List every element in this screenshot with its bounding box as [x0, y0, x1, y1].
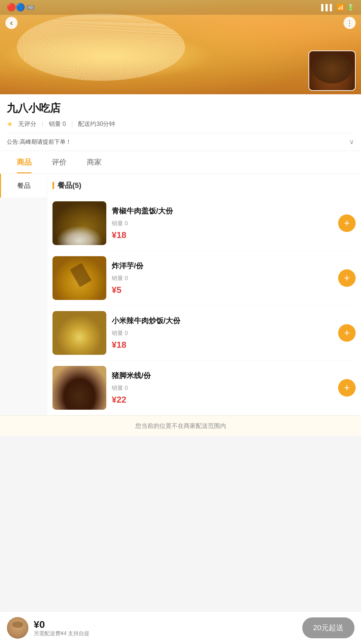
status-bar: 🔴🔵 HD ▌▌▌ 📶 🔋	[0, 0, 361, 15]
table-row: 青椒牛肉盖饭/大份 销量 0 ¥18 +	[52, 196, 356, 251]
chevron-down-icon: ∨	[349, 138, 354, 146]
bottom-bar: ¥0 另需配送费¥4 支持自提 20元起送	[0, 611, 361, 644]
product-image-2	[52, 256, 106, 300]
back-button[interactable]: ‹	[5, 17, 17, 29]
plus-icon-1: +	[344, 217, 350, 229]
product-name-4: 猪脚米线/份	[112, 371, 333, 381]
price-currency-4: ¥	[112, 395, 116, 405]
add-to-cart-button-2[interactable]: +	[338, 269, 356, 287]
add-to-cart-button-3[interactable]: +	[338, 324, 356, 342]
price-currency-2: ¥	[112, 285, 116, 295]
product-sales-4: 销量 0	[112, 384, 333, 392]
cart-price: ¥0	[34, 619, 297, 630]
product-price-4: ¥22	[112, 395, 333, 405]
table-row: 炸洋芋/份 销量 0 ¥5 +	[52, 251, 356, 306]
plus-icon-4: +	[344, 382, 350, 394]
product-price-3: ¥18	[112, 340, 333, 350]
price-currency-3: ¥	[112, 340, 116, 350]
tab-merchant[interactable]: 商家	[77, 151, 112, 173]
notice-bar: 公告:高峰期请提前下单！ ∨	[7, 133, 354, 150]
tab-products[interactable]: 商品	[7, 151, 42, 173]
product-image-1	[52, 201, 106, 245]
signal-icon: ▌▌▌	[321, 4, 334, 11]
add-to-cart-button-1[interactable]: +	[338, 214, 356, 232]
product-price-2: ¥5	[112, 285, 333, 295]
status-bar-left: 🔴🔵 HD	[7, 3, 34, 12]
delivery-notice: 您当前的位置不在商家配送范围内	[0, 415, 361, 436]
hd-badge: HD	[27, 5, 34, 10]
checkout-button[interactable]: 20元起送	[302, 617, 354, 638]
tabs-bar: 商品 评价 商家	[0, 151, 361, 174]
more-icon: ⋮	[346, 19, 353, 27]
back-icon: ‹	[10, 18, 13, 28]
cart-subtext: 另需配送费¥4 支持自提	[34, 630, 297, 637]
sidebar: 餐品	[0, 174, 47, 415]
table-row: 猪脚米线/份 销量 0 ¥22 +	[52, 361, 356, 415]
meta-separator-1: |	[42, 121, 43, 128]
plus-icon-3: +	[344, 327, 350, 339]
delivery-time: 配送约30分钟	[78, 120, 115, 128]
main-content: 餐品 餐品(5) 青椒牛肉盖饭/大份 销量 0 ¥18 + 炸洋芋	[0, 174, 361, 415]
hero-thumbnail	[309, 50, 356, 91]
meta-separator-2: |	[71, 121, 73, 128]
product-info-2: 炸洋芋/份 销量 0 ¥5	[112, 261, 333, 296]
product-sales-2: 销量 0	[112, 274, 333, 282]
product-sales-1: 销量 0	[112, 219, 333, 227]
table-row: 小米辣牛肉炒饭/大份 销量 0 ¥18 +	[52, 306, 356, 361]
thumbnail-image	[309, 51, 355, 90]
notice-text: 公告:高峰期请提前下单！	[7, 138, 71, 146]
product-price-1: ¥18	[112, 230, 333, 240]
cart-info: ¥0 另需配送费¥4 支持自提	[34, 619, 297, 637]
store-sales: 销量 0	[49, 120, 66, 128]
battery-icon: 🔋	[347, 4, 354, 11]
product-image-3	[52, 311, 106, 355]
product-info-4: 猪脚米线/份 销量 0 ¥22	[112, 371, 333, 405]
sidebar-item-food[interactable]: 餐品	[0, 174, 47, 198]
bottom-spacer	[0, 436, 361, 470]
add-to-cart-button-4[interactable]: +	[338, 379, 356, 397]
wifi-icon: 📶	[337, 4, 344, 11]
app-name-icon: 🔴🔵	[7, 3, 25, 12]
product-info-3: 小米辣牛肉炒饭/大份 销量 0 ¥18	[112, 316, 333, 350]
price-currency-1: ¥	[112, 230, 116, 240]
avatar-image	[7, 617, 28, 639]
tab-reviews[interactable]: 评价	[42, 151, 77, 173]
store-rating: 无评分	[18, 120, 36, 128]
store-name: 九八小吃店	[7, 101, 354, 116]
star-icon: ★	[7, 120, 13, 128]
more-button[interactable]: ⋮	[344, 17, 356, 29]
category-header: 餐品(5)	[52, 174, 356, 196]
product-name-3: 小米辣牛肉炒饭/大份	[112, 316, 333, 326]
store-meta: ★ 无评分 | 销量 0 | 配送约30分钟	[7, 120, 354, 128]
cart-avatar	[7, 617, 28, 639]
product-name-1: 青椒牛肉盖饭/大份	[112, 206, 333, 216]
product-list: 餐品(5) 青椒牛肉盖饭/大份 销量 0 ¥18 + 炸洋芋/份 销量 0	[47, 174, 361, 415]
product-image-4	[52, 366, 106, 410]
status-icons: ▌▌▌ 📶 🔋	[321, 4, 354, 11]
product-sales-3: 销量 0	[112, 329, 333, 337]
product-info-1: 青椒牛肉盖饭/大份 销量 0 ¥18	[112, 206, 333, 241]
plus-icon-2: +	[344, 272, 350, 284]
store-info-section: 九八小吃店 ★ 无评分 | 销量 0 | 配送约30分钟 公告:高峰期请提前下单…	[0, 94, 361, 150]
product-name-2: 炸洋芋/份	[112, 261, 333, 271]
